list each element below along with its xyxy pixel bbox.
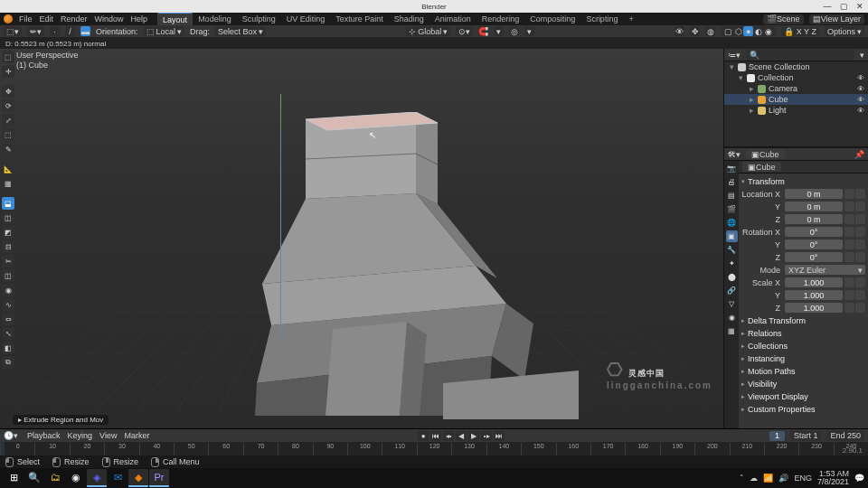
- taskbar-explorer[interactable]: 🗂: [45, 469, 65, 487]
- start-frame-field[interactable]: Start 1: [790, 431, 822, 441]
- viewlayer-selector[interactable]: ▤ View Layer: [809, 14, 864, 24]
- outliner-item-camera[interactable]: ▸Camera👁: [724, 83, 868, 94]
- section-custom-properties[interactable]: Custom Properties: [741, 404, 865, 415]
- keyframe-next-icon[interactable]: •▸: [481, 431, 492, 441]
- timeline-menu-view[interactable]: View: [96, 431, 120, 440]
- window-close-button[interactable]: ✕: [852, 0, 868, 13]
- outliner-item-light[interactable]: ▸Light👁: [724, 105, 868, 116]
- add-cube-tool[interactable]: ▦: [2, 177, 14, 190]
- end-frame-field[interactable]: End 250: [826, 431, 864, 441]
- workspace-tab-texture-paint[interactable]: Texture Paint: [330, 13, 389, 25]
- workspace-tab-compositing[interactable]: Compositing: [524, 13, 580, 25]
- tray-notifications-icon[interactable]: 💬: [854, 474, 864, 483]
- taskbar-discord[interactable]: ◈: [87, 469, 107, 487]
- properties-editor-icon[interactable]: 🛠▾: [728, 150, 741, 159]
- shrink-tool[interactable]: ⤡: [2, 327, 14, 340]
- transform-space-dropdown[interactable]: ⊹ Global ▾: [406, 26, 450, 36]
- outliner-item-collection[interactable]: ▾Collection👁: [724, 72, 868, 83]
- taskbar-start-button[interactable]: ⊞: [4, 469, 24, 487]
- drag-tool-dropdown[interactable]: Select Box ▾: [215, 26, 266, 36]
- menu-render[interactable]: Render: [57, 14, 91, 23]
- jump-end-icon[interactable]: ⏭: [494, 431, 505, 441]
- rotate-tool[interactable]: ⟳: [2, 99, 14, 112]
- object-tab[interactable]: ▣: [726, 230, 738, 242]
- section-transform[interactable]: Transform: [741, 176, 865, 187]
- jump-start-icon[interactable]: ⏮: [430, 431, 441, 441]
- taskbar-blender[interactable]: ◆: [128, 469, 148, 487]
- menu-file[interactable]: File: [15, 14, 36, 23]
- extrude-tool[interactable]: ⬓: [2, 197, 14, 210]
- timeline-editor[interactable]: 🕓▾ PlaybackKeyingViewMarker ● ⏮ ◂• ◀ ▶ •…: [0, 428, 868, 455]
- scale-y-field[interactable]: 1.000: [785, 290, 843, 300]
- proportional-falloff-dropdown[interactable]: ▾: [524, 26, 534, 36]
- cursor-tool[interactable]: ✛: [2, 65, 14, 78]
- face-select-icon[interactable]: ▬: [80, 26, 90, 36]
- matprev-shading-icon[interactable]: ◐: [753, 26, 763, 36]
- section-visibility[interactable]: Visibility: [741, 379, 865, 389]
- menu-help[interactable]: Help: [127, 14, 152, 23]
- taskbar-premiere[interactable]: Pr: [149, 469, 169, 487]
- mesh-visibility-icon[interactable]: 👁: [675, 26, 684, 36]
- menu-edit[interactable]: Edit: [36, 14, 58, 23]
- tray-chevron-icon[interactable]: ˄: [740, 474, 744, 483]
- workspace-tab-modeling[interactable]: Modeling: [193, 13, 237, 25]
- taskbar-search-button[interactable]: 🔍: [24, 469, 44, 487]
- spin-tool[interactable]: ◉: [2, 284, 14, 296]
- section-collections[interactable]: Collections: [741, 341, 865, 352]
- location-x-field[interactable]: 0 m: [785, 189, 843, 199]
- workspace-tab-uv-editing[interactable]: UV Editing: [281, 13, 331, 25]
- rotation-x-field[interactable]: 0°: [785, 227, 843, 237]
- location-y-field[interactable]: 0 m: [785, 202, 843, 211]
- keyframe-icon[interactable]: [855, 189, 865, 199]
- timeline-menu-playback[interactable]: Playback: [24, 431, 64, 440]
- visibility-eye-icon[interactable]: 👁: [857, 107, 864, 115]
- outliner-editor-icon[interactable]: ≔▾: [728, 51, 741, 60]
- proportional-edit-icon[interactable]: ◎: [509, 26, 519, 36]
- tray-cloud-icon[interactable]: ☁: [750, 474, 758, 483]
- workspace-tab-sculpting[interactable]: Sculpting: [237, 13, 281, 25]
- taskbar-mail[interactable]: ✉: [108, 469, 127, 487]
- interaction-mode-dropdown[interactable]: ✏▾: [27, 26, 44, 36]
- visibility-eye-icon[interactable]: 👁: [857, 74, 864, 82]
- wireframe-shading-icon[interactable]: ⬡: [733, 26, 743, 36]
- world-tab[interactable]: 🌐: [726, 217, 738, 229]
- properties-pin-icon[interactable]: 📌: [854, 150, 864, 159]
- gizmo-toggle-icon[interactable]: ✥: [690, 26, 700, 36]
- properties-datablock-crumb[interactable]: ▣ Cube: [742, 162, 781, 172]
- visibility-eye-icon[interactable]: 👁: [857, 96, 864, 104]
- section-relations[interactable]: Relations: [741, 328, 865, 339]
- timeline-editor-icon[interactable]: 🕓▾: [4, 431, 18, 440]
- material-tab[interactable]: ◉: [726, 312, 738, 324]
- texture-tab[interactable]: ▦: [726, 325, 738, 337]
- snap-type-dropdown[interactable]: ▾: [494, 26, 504, 36]
- scene-selector[interactable]: 🎬 Scene: [763, 14, 804, 24]
- rotation-z-field[interactable]: 0°: [785, 252, 843, 262]
- bevel-tool[interactable]: ◩: [2, 226, 14, 239]
- annotate-tool[interactable]: ✎: [2, 143, 14, 155]
- outliner-scene-collection[interactable]: ▾Scene Collection: [724, 61, 868, 72]
- outliner-search-input[interactable]: 🔍: [746, 50, 854, 60]
- section-delta-transform[interactable]: Delta Transform: [741, 315, 865, 326]
- solid-shading-icon[interactable]: ●: [743, 26, 753, 36]
- scale-x-field[interactable]: 1.000: [785, 277, 843, 287]
- xray-toggle-icon[interactable]: ▢: [723, 26, 733, 36]
- smooth-tool[interactable]: ∿: [2, 298, 14, 311]
- autokey-icon[interactable]: ●: [418, 431, 429, 441]
- overlay-toggle-icon[interactable]: ◍: [705, 26, 715, 36]
- outliner-item-cube[interactable]: ▸Cube👁: [724, 94, 868, 105]
- knife-tool[interactable]: ✂: [2, 255, 14, 267]
- section-viewport-display[interactable]: Viewport Display: [741, 391, 865, 402]
- workspace-tab-rendering[interactable]: Rendering: [476, 13, 525, 25]
- workspace-tab-shading[interactable]: Shading: [389, 13, 429, 25]
- inset-tool[interactable]: ◫: [2, 211, 14, 224]
- constraint-tab[interactable]: 🔗: [726, 285, 738, 296]
- tray-language[interactable]: ENG: [794, 474, 812, 483]
- render-tab[interactable]: 📷: [726, 163, 738, 174]
- orientation-dropdown[interactable]: ⬚ Local ▾: [144, 26, 185, 36]
- modifier-tab[interactable]: 🔧: [726, 244, 738, 256]
- edge-select-icon[interactable]: /: [65, 26, 75, 36]
- lock-icon[interactable]: [844, 189, 854, 199]
- workspace-tab-layout[interactable]: Layout: [157, 13, 193, 25]
- rotation-y-field[interactable]: 0°: [785, 239, 843, 249]
- tray-wifi-icon[interactable]: 📶: [763, 474, 773, 483]
